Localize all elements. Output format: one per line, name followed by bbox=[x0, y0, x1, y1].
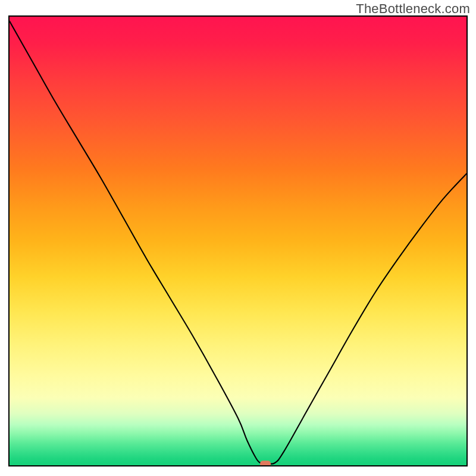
chart-stage: TheBottleneck.com bbox=[0, 0, 476, 476]
curve-layer bbox=[10, 17, 466, 465]
bottleneck-curve bbox=[10, 21, 466, 464]
plot-area bbox=[8, 15, 468, 466]
optimal-point-marker bbox=[260, 461, 271, 465]
watermark-text: TheBottleneck.com bbox=[356, 1, 470, 17]
